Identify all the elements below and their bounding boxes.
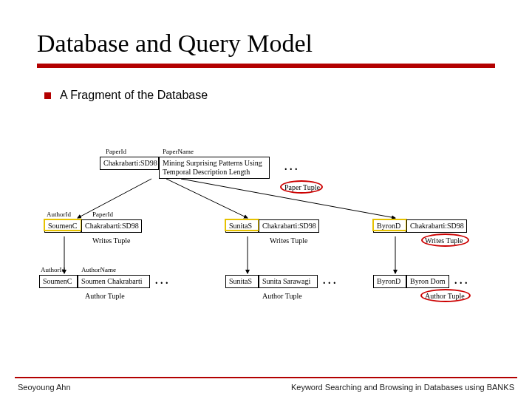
- paper-id-cell: Chakrabarti:SD98: [100, 157, 159, 170]
- writes-authorid-header: AuthorId: [47, 211, 71, 218]
- red-oval: [280, 180, 323, 194]
- highlight: [372, 219, 407, 231]
- author-id-header: AuthorId: [41, 266, 65, 273]
- diagram: PaperId PaperName Chakrabarti:SD98 Minin…: [33, 155, 499, 325]
- svg-line-1: [166, 179, 248, 218]
- paper-name-header: PaperName: [163, 148, 194, 155]
- red-oval: [420, 289, 471, 302]
- writes-paperid: Chakrabarti:SD98: [81, 219, 142, 233]
- author-id: ByronD: [373, 275, 406, 288]
- author-name: Sunita Sarawagi: [259, 275, 318, 288]
- author-name-header: AuthorName: [81, 266, 116, 273]
- title-rule: [37, 64, 495, 68]
- red-oval: [421, 233, 469, 247]
- ellipsis: . . .: [284, 161, 298, 173]
- footer-rule: [15, 377, 517, 378]
- ellipsis: . . .: [155, 275, 168, 287]
- author-id: SoumenC: [39, 275, 78, 288]
- writes-paperid-header: PaperId: [92, 211, 113, 218]
- writes-paperid: Chakrabarti:SD98: [259, 219, 319, 233]
- footer-title: Keyword Searching and Browsing in Databa…: [291, 383, 514, 392]
- writes-label: Writes Tuple: [270, 236, 308, 245]
- paper-name-cell: Mining Surprising Patterns Using Tempora…: [159, 157, 270, 179]
- slide-title: Database and Query Model: [37, 30, 495, 58]
- footer-author: Seoyoung Ahn: [18, 383, 71, 392]
- bullet-item: A Fragment of the Database: [44, 89, 495, 102]
- writes-label: Writes Tuple: [92, 236, 131, 245]
- writes-paperid: Chakrabarti:SD98: [406, 219, 467, 233]
- author-name: Soumen Chakrabarti: [78, 275, 150, 288]
- bullet-text: A Fragment of the Database: [60, 89, 208, 102]
- author-name: Byron Dom: [406, 275, 449, 288]
- bullet-icon: [44, 92, 51, 99]
- paper-id-header: PaperId: [106, 148, 126, 155]
- highlight: [225, 219, 259, 231]
- author-id: SunitaS: [225, 275, 259, 288]
- svg-line-0: [78, 179, 151, 218]
- ellipsis: . . .: [454, 275, 468, 287]
- footer: Seoyoung Ahn Keyword Searching and Brows…: [0, 377, 532, 392]
- author-label: Author Tuple: [85, 292, 125, 300]
- highlight: [44, 219, 82, 231]
- author-label: Author Tuple: [262, 292, 302, 300]
- ellipsis: . . .: [323, 275, 336, 287]
